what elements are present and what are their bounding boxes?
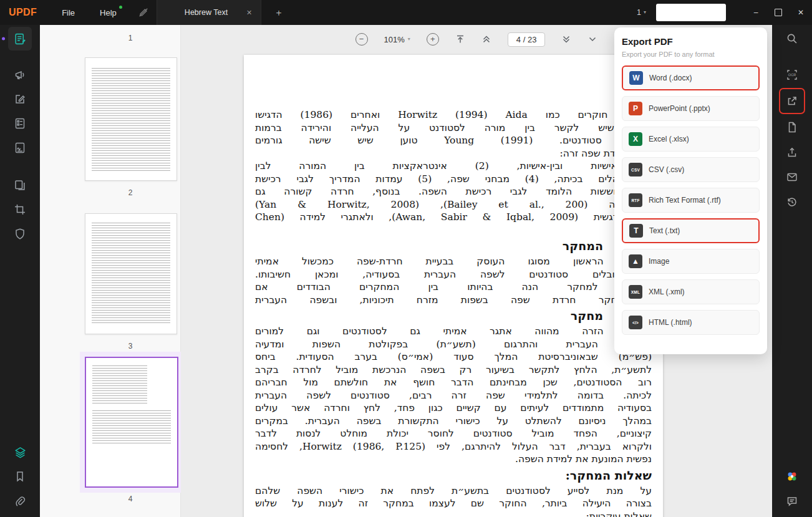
updf-logo[interactable]: UPDF <box>9 7 37 18</box>
thumbnail-panel: 1 2 3 4 <box>40 25 181 517</box>
document-line: (& Cha <box>255 224 652 237</box>
word-file-icon: W <box>629 71 643 85</box>
tool-form[interactable] <box>8 112 32 135</box>
titlebar-white-panel[interactable] <box>656 4 726 21</box>
titlebar-dropdown[interactable]: 1 ▾ <box>637 8 646 17</box>
chevron-down-icon: ▾ <box>408 37 410 42</box>
export-option-label: PowerPoint (.pptx) <box>649 104 710 113</box>
export-option-label: XML (.xml) <box>649 287 685 296</box>
right-toolbar: OCR <box>772 25 812 517</box>
tool-sign[interactable] <box>8 136 32 160</box>
document-line: מחקר הראשון מסוגו העוסק בבעיית חרדת-שפה … <box>255 255 652 268</box>
thumbnail-label-1: 1 <box>85 34 176 42</box>
tool-protect[interactable] <box>8 222 32 246</box>
menu-help[interactable]: Help <box>100 8 117 17</box>
maximize-button[interactable] <box>767 0 790 25</box>
thumbnail-label-4: 4 <box>85 495 176 503</box>
document-line: על מנת לסייע לסטודנטים בתשע״ת לפתח את כי… <box>255 485 652 498</box>
zoom-level-dropdown[interactable]: 101% ▾ <box>384 35 410 44</box>
titlebar-dropdown-value: 1 <box>637 8 641 17</box>
tool-attachment[interactable] <box>8 490 32 513</box>
thumbnail-label-2: 2 <box>85 188 176 197</box>
export-panel-subtitle: Export your PDF to any format <box>622 51 760 58</box>
zoom-in-button[interactable]: + <box>427 33 439 46</box>
minimize-button[interactable]: – <box>745 0 767 25</box>
pdf-page[interactable]: ערכה. חוקרים כמו Horwitz (1994) Aida ואח… <box>244 55 663 517</box>
double-chevron-down-icon <box>561 34 571 44</box>
thumbnail-page-4-selected[interactable] <box>85 357 178 488</box>
tool-search[interactable] <box>780 27 804 51</box>
double-chevron-up-icon <box>481 34 491 44</box>
tab-close-icon[interactable]: ✕ <box>246 9 252 17</box>
export-option-label: Excel (.xlsx) <box>649 135 689 143</box>
tool-document[interactable] <box>780 115 804 139</box>
ocr-icon: OCR <box>786 69 798 81</box>
edit-icon <box>14 93 26 105</box>
svg-text:OCR: OCR <box>788 73 796 77</box>
document-line: (3) נהלים בכיתה, (4) מבחני שפה, (5) עמדו… <box>255 173 652 186</box>
crop-icon <box>14 203 26 216</box>
menu-file[interactable]: File <box>62 8 75 17</box>
export-option-label: Rich Text Format (.rtf) <box>649 196 721 205</box>
tool-crop[interactable] <box>8 198 32 221</box>
export-option-label: Word (.docx) <box>649 74 692 82</box>
document-line: בסעודיה מתמודדים לעיתים עם קשיים כגון פח… <box>255 402 652 415</box>
export-option-rtf[interactable]: RTFRich Text Format (.rtf) <box>622 188 760 213</box>
html-file-icon: </> <box>629 316 642 329</box>
rtf-file-icon: RTF <box>629 193 642 207</box>
tool-bookmark[interactable] <box>8 465 32 488</box>
document-line: במהלך ניסיונם להשתלט על כישורי התקשורת ב… <box>255 415 652 428</box>
document-line: קיצוניים, הפחד מוביל סטודנטים לחוסר יכול… <box>255 427 652 440</box>
tool-ai-assistant[interactable] <box>780 465 804 488</box>
search-icon <box>786 32 798 45</box>
chevron-down-icon: ▾ <box>644 10 646 15</box>
titlebar: UPDF File Help Hebrew Text ✕ ＋ 1 ▾ – ✕ <box>0 0 812 25</box>
export-option-powerpoint[interactable]: PPowerPoint (.pptx) <box>622 96 760 121</box>
document-line: בצורה היעילה ביותר, החוקר שם לעצמו במחקר… <box>255 497 652 510</box>
bookmark-icon <box>14 470 26 483</box>
tool-feedback[interactable] <box>780 490 804 513</box>
previous-page-button[interactable] <box>481 34 491 44</box>
notification-dot <box>119 6 122 9</box>
document-line: פעה שיש לקשר בין מורה לסטודנט על העלייה … <box>255 122 652 135</box>
document-line: נוספת למחקר הנה בהיותו בין המחקרים הבודד… <box>255 281 652 294</box>
document-line: לכיתה. בדומה לתלמידי שפה זרה רבים, סטודנ… <box>255 389 652 402</box>
export-option-text[interactable]: TText (.txt) <box>622 218 760 243</box>
thumbnail-content <box>92 365 147 405</box>
paperclip-icon <box>14 495 26 508</box>
tool-announce[interactable] <box>8 63 32 87</box>
page-indicator[interactable]: 4 / 23 <box>508 32 546 47</box>
export-option-word[interactable]: WWord (.docx) <box>622 65 760 90</box>
tool-mail[interactable] <box>780 165 804 189</box>
csv-file-icon: CSV <box>629 163 642 176</box>
export-option-html[interactable]: </>HTML (.html) <box>622 310 760 335</box>
tool-organize-pages[interactable] <box>8 173 32 197</box>
document-line: ת אישיות ובין-אישיות, (2) אינטראקציות בי… <box>255 160 652 173</box>
tool-history[interactable] <box>780 190 804 214</box>
layers-icon <box>14 446 27 459</box>
tool-share[interactable] <box>780 140 804 164</box>
export-option-image[interactable]: ▲Image <box>622 249 760 274</box>
powerpoint-file-icon: P <box>629 102 642 115</box>
thumbnail-content <box>92 68 170 173</box>
thumbnail-page-2[interactable] <box>85 57 177 181</box>
tool-reader[interactable] <box>8 27 32 51</box>
next-page-button[interactable] <box>561 34 571 44</box>
tool-edit[interactable] <box>8 87 32 111</box>
tool-export[interactable] <box>779 88 805 114</box>
tool-layers[interactable] <box>8 440 32 464</box>
zoom-out-button[interactable]: − <box>355 33 368 46</box>
tab-hebrew-text[interactable]: Hebrew Text ✕ <box>157 0 261 25</box>
export-option-excel[interactable]: XExcel (.xlsx) <box>622 127 760 152</box>
export-option-xml[interactable]: XMLXML (.xml) <box>622 279 760 304</box>
document-line: שאלות עיקריות: <box>255 510 652 517</box>
shield-icon <box>14 228 26 240</box>
close-button[interactable]: ✕ <box>790 0 812 25</box>
new-tab-button[interactable]: ＋ <box>274 7 283 19</box>
export-option-csv[interactable]: CSVCSV (.csv) <box>622 157 760 182</box>
thumbnail-page-3[interactable] <box>85 213 177 334</box>
tool-ocr[interactable]: OCR <box>780 63 804 87</box>
first-page-button[interactable] <box>455 34 465 44</box>
chat-bubble-icon <box>786 495 798 508</box>
last-page-button[interactable] <box>587 34 597 44</box>
